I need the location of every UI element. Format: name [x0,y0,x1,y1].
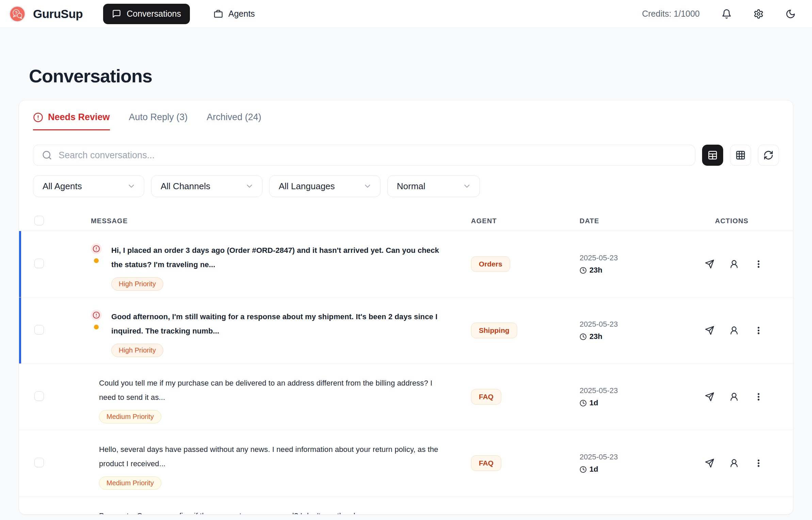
notifications-button[interactable] [721,9,732,19]
message-preview: Payments: Can you confirm if the payment… [99,509,383,515]
header-actions: Credits: 1/1000 [642,9,796,19]
moon-icon [785,9,796,19]
select-all-checkbox[interactable] [34,216,44,225]
tab-auto-reply-label: Auto Reply (3) [129,112,188,123]
conversation-date: 2025-05-23 [580,254,705,262]
send-reply-button[interactable] [705,458,714,468]
user-icon [729,259,739,269]
row-checkbox[interactable] [34,259,44,268]
table-row[interactable]: Could you tell me if my purchase can be … [19,364,793,430]
conversation-list: Hi, I placed an order 3 days ago (Order … [19,231,793,515]
conversation-age: 1d [589,465,598,474]
send-reply-button[interactable] [705,392,714,402]
send-reply-button[interactable] [705,259,714,269]
message-preview: Hi, I placed an order 3 days ago (Order … [111,243,452,272]
priority-badge: Medium Priority [99,410,161,423]
conversation-age: 23h [589,332,602,341]
main-nav: Conversations Agents [103,4,264,24]
message-preview: Hello, several days have passed without … [99,442,439,471]
chevron-down-icon [127,182,136,191]
column-header-actions: ACTIONS [705,217,793,225]
assign-user-button[interactable] [729,392,739,402]
send-icon [705,259,714,269]
brand-name: GuruSup [33,7,83,21]
assign-user-button[interactable] [729,458,739,468]
refresh-icon [763,150,774,160]
search-wrap [33,145,695,166]
toolbar [33,145,779,166]
filter-channels[interactable]: All Channels [151,175,262,197]
conversation-date: 2025-05-23 [580,320,705,329]
more-options-button[interactable] [754,392,763,402]
unread-dot [94,325,99,329]
grid-view-icon [735,150,746,160]
tab-archived[interactable]: Archived (24) [207,111,261,130]
column-header-message: MESSAGE [91,217,471,225]
clock-icon [580,267,587,274]
assign-user-button[interactable] [729,326,739,335]
table-row[interactable]: Good afternoon, I'm still waiting for a … [19,297,793,364]
more-options-button[interactable] [754,326,763,335]
more-options-button[interactable] [754,458,763,468]
refresh-button[interactable] [758,145,779,166]
table-view-button[interactable] [702,145,723,166]
filter-priority-value: Normal [397,181,425,192]
unread-dot [94,258,99,263]
grid-view-button[interactable] [730,145,751,166]
conversation-date: 2025-05-23 [580,386,705,395]
column-header-agent: AGENT [471,217,580,225]
filter-languages-value: All Languages [279,181,335,192]
conversation-age: 23h [589,266,602,275]
send-reply-button[interactable] [705,326,714,335]
row-checkbox[interactable] [34,391,44,401]
dark-mode-toggle[interactable] [785,9,796,19]
table-row[interactable]: Hi, I placed an order 3 days ago (Order … [19,231,793,297]
row-checkbox[interactable] [34,325,44,335]
priority-badge: High Priority [111,277,163,291]
conversation-age: 1d [589,399,598,407]
filter-languages[interactable]: All Languages [269,175,380,197]
filter-agents[interactable]: All Agents [33,175,144,197]
message-preview: Good afternoon, I'm still waiting for a … [111,310,452,338]
conversations-card: Needs Review Auto Reply (3) Archived (24… [19,100,793,515]
more-options-button[interactable] [754,259,763,269]
row-status-icons [91,243,102,291]
chevron-down-icon [363,182,372,191]
nav-agents-label: Agents [228,9,255,19]
agent-badge: FAQ [471,455,501,471]
chevron-down-icon [245,182,254,191]
nav-agents[interactable]: Agents [205,4,264,24]
filter-channels-value: All Channels [161,181,210,192]
page-title: Conversations [29,65,812,86]
nav-conversations[interactable]: Conversations [103,4,190,24]
table-row[interactable]: Payments: Can you confirm if the payment… [19,497,793,515]
alert-icon [91,310,102,321]
message-square-icon [112,9,121,18]
agent-badge: Orders [471,256,510,272]
filter-bar: All Agents All Channels All Languages No… [33,175,779,197]
settings-button[interactable] [753,9,764,19]
tab-auto-reply[interactable]: Auto Reply (3) [129,111,188,130]
app-header: ? GuruSup Conversations Agents Credits: … [0,0,812,28]
assign-user-button[interactable] [729,259,739,269]
conversation-date: 2025-05-23 [580,453,705,461]
filter-priority[interactable]: Normal [387,175,480,197]
tab-needs-review-label: Needs Review [48,112,110,123]
filter-agents-value: All Agents [43,181,82,192]
credits-counter: Credits: 1/1000 [642,9,700,19]
column-header-date: DATE [580,217,705,225]
kebab-menu-icon [754,259,763,269]
gear-icon [753,9,764,19]
kebab-menu-icon [754,326,763,335]
clock-icon [580,333,587,340]
search-input[interactable] [33,145,695,166]
table-row[interactable]: Hello, several days have passed without … [19,430,793,497]
tab-needs-review[interactable]: Needs Review [33,111,110,130]
clock-icon [580,466,587,473]
send-icon [705,392,714,402]
row-status-icons [91,310,102,357]
agent-badge: Shipping [471,323,517,338]
row-checkbox[interactable] [34,458,44,467]
priority-badge: Medium Priority [99,476,161,490]
user-icon [729,458,739,468]
